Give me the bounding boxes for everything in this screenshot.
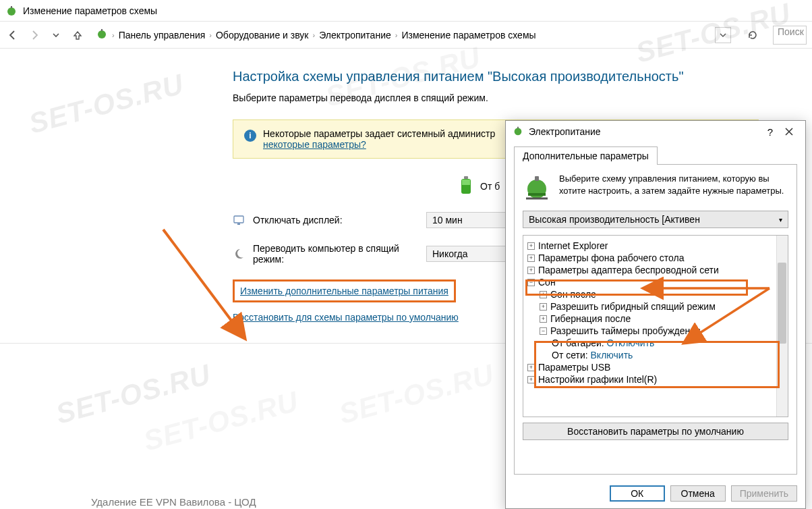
chevron-right-icon: ›: [312, 31, 315, 39]
svg-rect-8: [237, 223, 240, 225]
crumb-edit-plan[interactable]: Изменение параметров схемы: [401, 30, 535, 41]
tree-item-sleep[interactable]: −Сон: [523, 276, 788, 288]
tab-panel: Выберите схему управления питанием, кото…: [514, 164, 797, 475]
tab-strip: Дополнительные параметры: [514, 146, 797, 165]
nav-bar: › Панель управления › Оборудование и зву…: [0, 22, 812, 49]
crumb-power-options[interactable]: Электропитание: [319, 30, 391, 41]
watermark: SET-OS.RU: [53, 358, 214, 430]
display-off-label: Отключать дисплей:: [253, 215, 418, 225]
dialog-description: Выберите схему управления питанием, кото…: [559, 173, 788, 201]
nav-forward-button[interactable]: [27, 28, 42, 43]
moon-icon: [233, 248, 245, 260]
collapse-icon[interactable]: −: [527, 279, 535, 286]
collapse-icon[interactable]: −: [540, 327, 547, 335]
window-titlebar: Изменение параметров схемы: [0, 0, 812, 22]
tree-item-ie[interactable]: +Internet Explorer: [523, 240, 788, 252]
svg-rect-6: [462, 180, 470, 185]
dialog-button-row: ОК Отмена Применить: [610, 485, 797, 502]
svg-rect-1: [11, 6, 12, 8]
advanced-settings-highlight: Изменить дополнительные параметры питани…: [233, 279, 456, 302]
restore-defaults-button[interactable]: Восстановить параметры по умолчанию: [523, 423, 788, 440]
sleep-label: Переводить компьютер в спящий режим:: [253, 243, 418, 265]
dialog-titlebar: Электропитание ?: [506, 121, 805, 142]
scrollbar-thumb[interactable]: [778, 263, 786, 344]
breadcrumb-dropdown[interactable]: [715, 27, 731, 43]
page-title: Настройка схемы управления питанием "Выс…: [233, 69, 812, 84]
tree-item-usb[interactable]: +Параметры USB: [523, 361, 788, 373]
settings-tree: +Internet Explorer +Параметры фона рабоч…: [523, 235, 788, 417]
tree-item-wake-ac[interactable]: От сети: Включить: [523, 349, 788, 361]
watermark: SET-OS.RU: [140, 385, 302, 457]
chevron-right-icon: ›: [209, 31, 212, 39]
tree-item-desktop-bg[interactable]: +Параметры фона рабочего стола: [523, 252, 788, 264]
change-advanced-link[interactable]: Изменить дополнительные параметры питани…: [240, 286, 448, 296]
cancel-button[interactable]: Отмена: [670, 485, 726, 502]
tree-scrollbar[interactable]: [776, 236, 788, 417]
display-off-select[interactable]: 10 мин: [426, 212, 507, 228]
svg-rect-7: [234, 216, 243, 223]
tree-item-sleep-after[interactable]: +Сон после: [523, 288, 788, 300]
svg-point-10: [515, 128, 522, 135]
tree-item-intel-graphics[interactable]: +Настройки графики Intel(R): [523, 373, 788, 385]
sleep-select[interactable]: Никогда: [426, 246, 507, 262]
tree-item-wake-timers[interactable]: −Разрешить таймеры пробуждения: [523, 325, 788, 337]
nav-up-button[interactable]: [70, 28, 85, 43]
on-battery-label: От б: [480, 181, 500, 192]
page-subtitle: Выберите параметры перевода дисплея в сп…: [233, 92, 812, 103]
breadcrumb: › Панель управления › Оборудование и зву…: [92, 27, 731, 43]
crumb-control-panel[interactable]: Панель управления: [119, 30, 206, 41]
help-button[interactable]: ?: [761, 122, 780, 141]
svg-rect-11: [517, 126, 519, 128]
chevron-down-icon: ▾: [779, 216, 782, 223]
power-options-icon: [5, 5, 18, 17]
close-button[interactable]: [780, 122, 799, 141]
dialog-title: Электропитание: [529, 126, 601, 137]
svg-rect-14: [528, 193, 546, 196]
info-icon: i: [244, 130, 256, 142]
tree-item-hybrid-sleep[interactable]: +Разрешить гибридный спящий режим: [523, 300, 788, 313]
wake-ac-value[interactable]: Включить: [591, 350, 633, 360]
tab-advanced[interactable]: Дополнительные параметры: [514, 146, 658, 165]
bottom-stray-text: Удаление EE VPN Вавилова - ЦОД: [91, 496, 256, 508]
expand-icon[interactable]: +: [540, 291, 547, 298]
advanced-power-dialog: Электропитание ? Дополнительные параметр…: [505, 120, 806, 509]
expand-icon[interactable]: +: [540, 303, 547, 311]
nav-back-button[interactable]: [5, 28, 20, 43]
window-title: Изменение параметров схемы: [23, 5, 157, 16]
nav-history-dropdown[interactable]: [49, 28, 63, 43]
expand-icon[interactable]: +: [527, 376, 535, 383]
wake-battery-value[interactable]: Отключить: [607, 338, 655, 348]
battery-icon: [459, 175, 473, 197]
crumb-hardware-sound[interactable]: Оборудование и звук: [216, 30, 309, 41]
svg-rect-3: [101, 29, 103, 31]
svg-point-2: [98, 30, 106, 38]
restore-defaults-link[interactable]: Восстановить для схемы параметры по умол…: [233, 312, 459, 323]
tree-item-wake-battery[interactable]: От батареи: Отключить: [523, 337, 788, 349]
notice-link[interactable]: некоторые параметры?: [263, 139, 366, 150]
svg-rect-5: [464, 176, 468, 179]
watermark: SET-OS.RU: [336, 358, 498, 430]
power-options-icon: [513, 126, 523, 138]
expand-icon[interactable]: +: [527, 267, 535, 274]
apply-button[interactable]: Применить: [731, 485, 797, 502]
power-plan-value: Высокая производительность [Активен: [529, 214, 700, 225]
svg-point-0: [7, 7, 16, 16]
chevron-right-icon: ›: [112, 31, 115, 39]
svg-rect-13: [535, 176, 539, 181]
ok-button[interactable]: ОК: [610, 485, 665, 502]
search-input[interactable]: Поиск: [773, 26, 807, 45]
power-plan-icon: [523, 173, 551, 201]
tree-item-wifi[interactable]: +Параметры адаптера беспроводной сети: [523, 264, 788, 276]
expand-icon[interactable]: +: [540, 315, 547, 323]
search-placeholder: Поиск: [778, 26, 804, 37]
refresh-button[interactable]: [743, 26, 762, 45]
chevron-right-icon: ›: [395, 31, 398, 39]
expand-icon[interactable]: +: [527, 254, 535, 262]
breadcrumb-icon: [96, 28, 108, 42]
monitor-icon: [233, 214, 245, 226]
tree-item-hibernate-after[interactable]: +Гибернация после: [523, 313, 788, 325]
notice-text: Некоторые параметры задает системный адм…: [263, 128, 495, 139]
expand-icon[interactable]: +: [527, 364, 535, 371]
expand-icon[interactable]: +: [527, 242, 535, 250]
power-plan-select[interactable]: Высокая производительность [Активен ▾: [523, 211, 788, 228]
